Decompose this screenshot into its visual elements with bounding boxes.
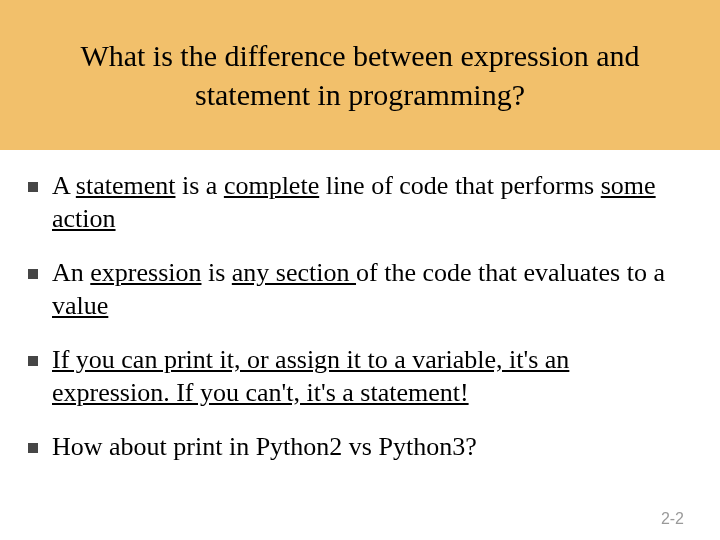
bullet-icon: [28, 182, 38, 192]
text-fragment: is: [201, 258, 231, 287]
page-number: 2-2: [661, 510, 684, 528]
list-item: An expression is any section of the code…: [28, 257, 692, 322]
text-fragment: of the code that evaluates to a: [356, 258, 665, 287]
list-item: A statement is a complete line of code t…: [28, 170, 692, 235]
underline-fragment: value: [52, 291, 108, 320]
bullet-text-1: A statement is a complete line of code t…: [52, 170, 692, 235]
slide-content: A statement is a complete line of code t…: [0, 150, 720, 464]
slide-title: What is the difference between expressio…: [40, 36, 680, 114]
list-item: How about print in Python2 vs Python3?: [28, 431, 692, 464]
bullet-text-4: How about print in Python2 vs Python3?: [52, 431, 477, 464]
underline-fragment: any section: [232, 258, 356, 287]
text-fragment: An: [52, 258, 90, 287]
underline-fragment: If you can print it, or assign it to a v…: [52, 345, 569, 407]
list-item: If you can print it, or assign it to a v…: [28, 344, 692, 409]
bullet-text-2: An expression is any section of the code…: [52, 257, 692, 322]
underline-fragment: complete: [224, 171, 319, 200]
underline-fragment: expression: [90, 258, 201, 287]
slide-header: What is the difference between expressio…: [0, 0, 720, 150]
text-fragment: A: [52, 171, 76, 200]
bullet-icon: [28, 356, 38, 366]
underline-fragment: statement: [76, 171, 176, 200]
text-fragment: line of code that performs: [319, 171, 601, 200]
text-fragment: is a: [175, 171, 223, 200]
bullet-text-3: If you can print it, or assign it to a v…: [52, 344, 692, 409]
bullet-icon: [28, 269, 38, 279]
bullet-icon: [28, 443, 38, 453]
